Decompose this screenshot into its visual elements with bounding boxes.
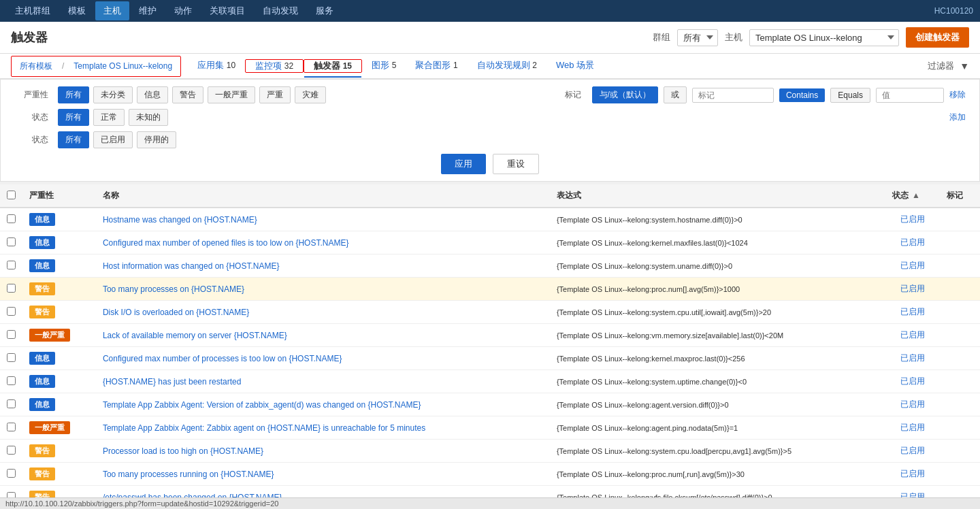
nav-autodiscover[interactable]: 自动发现 — [255, 1, 306, 20]
tab-aggregation[interactable]: 聚合图形 1 — [406, 54, 467, 78]
row-checkbox-cell — [0, 255, 22, 278]
add-tag-link[interactable]: 添加 — [949, 112, 966, 122]
host-label: 主机 — [725, 31, 742, 44]
row-checkbox[interactable] — [7, 330, 16, 339]
status1-btn-normal[interactable]: 正常 — [93, 109, 125, 126]
trigger-link[interactable]: {HOST.NAME} has just been restarted — [103, 377, 241, 387]
sev-btn-warning[interactable]: 警告 — [172, 86, 203, 103]
tag-input[interactable] — [692, 88, 774, 103]
row-checkbox[interactable] — [7, 353, 16, 362]
host-select[interactable]: Template OS Linux--kelong — [749, 29, 899, 46]
status2-btn-enabled[interactable]: 已启用 — [93, 131, 133, 148]
tag-logic-and-or[interactable]: 与/或（默认） — [592, 86, 658, 103]
row-tags — [940, 324, 980, 347]
tags-header: 标记 — [940, 184, 980, 208]
row-tags — [940, 301, 980, 324]
status2-btn-disabled[interactable]: 停用的 — [137, 131, 176, 148]
create-trigger-button[interactable]: 创建触发器 — [906, 27, 969, 48]
status1-btn-all[interactable]: 所有 — [58, 109, 89, 126]
nav-host[interactable]: 主机 — [95, 1, 129, 20]
sub-nav-tabs: 应用集 10 监控项 32 触发器 15 图形 5 聚合图形 1 自动发现规则 … — [188, 54, 604, 78]
row-name: Configured max number of opened files is… — [96, 231, 550, 255]
user-code: HC100120 — [934, 6, 973, 16]
tab-graphs[interactable]: 图形 5 — [362, 54, 406, 78]
breadcrumb-template-name[interactable]: Template OS Linux--kelong — [65, 57, 180, 75]
row-checkbox[interactable] — [7, 446, 16, 455]
row-severity: 警告 — [22, 463, 96, 486]
row-checkbox-cell — [0, 440, 22, 463]
tab-monitors[interactable]: 监控项 32 — [246, 55, 303, 78]
value-input[interactable] — [876, 88, 944, 103]
sev-btn-disaster[interactable]: 灾难 — [295, 86, 326, 103]
row-checkbox[interactable] — [7, 237, 16, 246]
tab-autodiscover[interactable]: 自动发现规则 2 — [468, 54, 546, 78]
status2-btn-all[interactable]: 所有 — [58, 131, 89, 148]
group-select[interactable]: 所有 — [677, 29, 718, 46]
table-row: 警告 Disk I/O is overloaded on {HOST.NAME}… — [0, 301, 980, 324]
row-expr: {Template OS Linux--kelong:agent.version… — [550, 393, 885, 416]
row-checkbox-cell — [0, 347, 22, 370]
row-checkbox[interactable] — [7, 214, 16, 223]
remove-tag-link[interactable]: 移除 — [949, 89, 966, 101]
row-checkbox[interactable] — [7, 307, 16, 316]
row-checkbox[interactable] — [7, 423, 16, 431]
row-checkbox[interactable] — [7, 376, 16, 385]
trigger-link[interactable]: Template App Zabbix Agent: Zabbix agent … — [103, 423, 425, 433]
tab-webscenario[interactable]: Web 场景 — [546, 54, 604, 78]
row-checkbox[interactable] — [7, 261, 16, 269]
severity-badge: 信息 — [29, 259, 55, 272]
reset-filter-button[interactable]: 重设 — [493, 154, 539, 174]
trigger-link[interactable]: Too many processes running on {HOST.NAME… — [103, 470, 274, 479]
row-severity: 信息 — [22, 393, 96, 416]
row-checkbox[interactable] — [7, 399, 16, 408]
trigger-link[interactable]: Configured max number of processes is to… — [103, 354, 342, 363]
filter-label[interactable]: 过滤器 — [928, 60, 954, 72]
trigger-link[interactable]: Template App Zabbix Agent: Version of za… — [103, 400, 421, 410]
nav-services[interactable]: 服务 — [308, 1, 342, 20]
apply-filter-button[interactable]: 应用 — [441, 154, 486, 174]
contains-button[interactable]: Contains — [779, 88, 825, 102]
row-tags — [940, 463, 980, 486]
table-row: 警告 Processor load is too high on {HOST.N… — [0, 440, 980, 463]
nav-maintenance[interactable]: 维护 — [131, 1, 165, 20]
trigger-link[interactable]: Hostname was changed on {HOST.NAME} — [103, 215, 257, 225]
sev-btn-info[interactable]: 信息 — [137, 86, 168, 103]
row-expr: {Template OS Linux--kelong:proc.num[,run… — [550, 463, 885, 486]
row-expr: {Template OS Linux--kelong:proc.num[].av… — [550, 278, 885, 301]
select-all-checkbox[interactable] — [7, 191, 16, 199]
sev-btn-high[interactable]: 严重 — [259, 86, 291, 103]
breadcrumb-all-templates[interactable]: 所有模板 — [12, 56, 61, 76]
nav-template[interactable]: 模板 — [60, 1, 94, 20]
row-status: 已启用 — [885, 255, 940, 278]
status-badge: 已启用 — [900, 237, 925, 247]
row-severity: 信息 — [22, 255, 96, 278]
row-checkbox[interactable] — [7, 284, 16, 293]
tag-logic-or[interactable]: 或 — [664, 86, 687, 103]
status-header[interactable]: 状态 ▲ — [885, 184, 940, 208]
breadcrumb-separator: / — [61, 61, 65, 71]
filter-action-row: 应用 重设 — [14, 154, 966, 174]
filter-icon[interactable]: ▼ — [960, 61, 969, 71]
trigger-link[interactable]: Processor load is too high on {HOST.NAME… — [103, 446, 263, 456]
trigger-link[interactable]: Configured max number of opened files is… — [103, 238, 349, 248]
trigger-link[interactable]: Lack of available memory on server {HOST… — [103, 331, 287, 340]
top-navigation: 主机群组 模板 主机 维护 动作 关联项目 自动发现 服务 HC100120 — [0, 0, 980, 22]
status1-btn-unknown[interactable]: 未知的 — [129, 109, 168, 126]
row-name: Lack of available memory on server {HOST… — [96, 324, 550, 347]
sev-btn-average[interactable]: 一般严重 — [208, 86, 255, 103]
severity-badge: 信息 — [29, 236, 55, 249]
row-name: {HOST.NAME} has just been restarted — [96, 370, 550, 393]
trigger-link[interactable]: Disk I/O is overloaded on {HOST.NAME} — [103, 308, 249, 317]
tab-appsets[interactable]: 应用集 10 — [188, 54, 245, 78]
nav-related[interactable]: 关联项目 — [201, 1, 253, 20]
row-status: 已启用 — [885, 324, 940, 347]
tab-triggers[interactable]: 触发器 15 — [304, 55, 361, 78]
sev-btn-unclassified[interactable]: 未分类 — [93, 86, 133, 103]
sev-btn-all[interactable]: 所有 — [58, 86, 89, 103]
trigger-link[interactable]: Host information was changed on {HOST.NA… — [103, 261, 279, 271]
row-checkbox[interactable] — [7, 469, 16, 478]
nav-actions[interactable]: 动作 — [166, 1, 200, 20]
equals-button[interactable]: Equals — [830, 88, 870, 103]
nav-hostgroup[interactable]: 主机群组 — [7, 1, 59, 20]
trigger-link[interactable]: Too many processes on {HOST.NAME} — [103, 284, 244, 294]
